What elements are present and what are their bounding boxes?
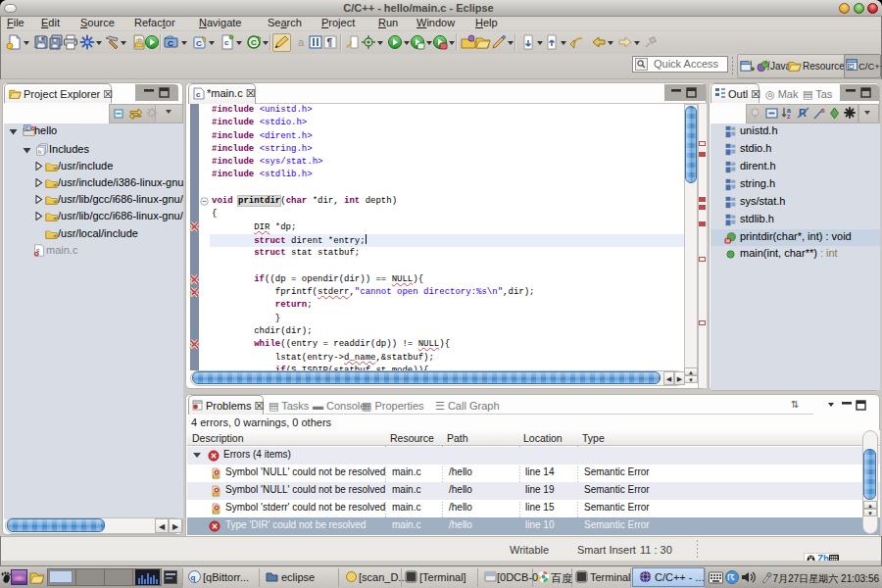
svg-text:db: db (136, 37, 143, 43)
svg-text:C: C (849, 64, 853, 70)
svg-text:C: C (168, 39, 173, 48)
svg-text:a: a (298, 36, 305, 48)
svg-text:C: C (25, 125, 29, 131)
svg-text:c: c (224, 38, 229, 47)
svg-text:¶: ¶ (327, 37, 333, 48)
svg-text:C: C (251, 38, 257, 47)
svg-text:q: q (191, 573, 196, 582)
svg-text:☈: ☈ (728, 573, 735, 582)
svg-text:h: h (38, 149, 41, 155)
svg-text:C: C (196, 39, 202, 48)
svg-text:z: z (787, 113, 791, 120)
svg-text:c: c (196, 90, 201, 99)
